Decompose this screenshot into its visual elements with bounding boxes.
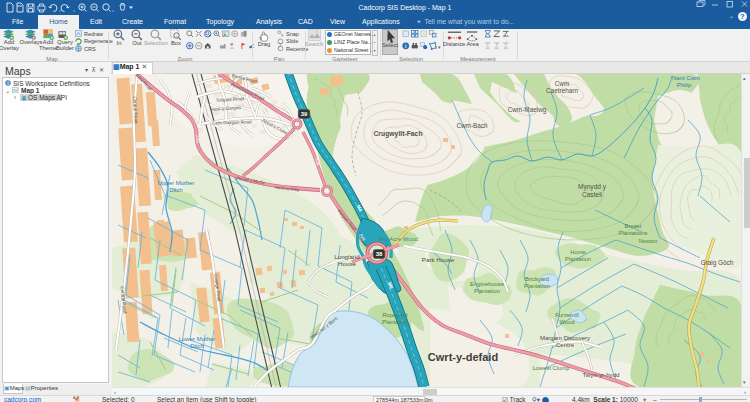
- svg-text:A48: A48: [195, 135, 201, 144]
- svg-text:Home: Home: [570, 249, 585, 255]
- svg-text:Philip: Philip: [677, 82, 692, 88]
- svg-text:Ditch: Ditch: [169, 187, 183, 193]
- svg-text:House: House: [338, 260, 356, 267]
- svg-text:Ditch: Ditch: [190, 343, 204, 349]
- svg-text:Plantations: Plantations: [619, 230, 648, 236]
- svg-text:Brickyard: Brickyard: [525, 276, 549, 282]
- svg-text:Nant Cwm: Nant Cwm: [672, 75, 700, 81]
- svg-text:Furzemill: Furzemill: [555, 312, 579, 318]
- svg-text:Cwm-Bach: Cwm-Bach: [456, 122, 488, 129]
- svg-text:Plantation: Plantation: [382, 319, 408, 325]
- svg-text:39: 39: [301, 111, 308, 117]
- svg-text:Cwm-Maelwg: Cwm-Maelwg: [508, 106, 547, 114]
- svg-text:Castell: Castell: [582, 191, 603, 198]
- svg-text:Margam Discovery: Margam Discovery: [540, 335, 590, 341]
- svg-text:Plantation: Plantation: [474, 288, 500, 294]
- svg-text:Plantation: Plantation: [565, 256, 591, 262]
- svg-text:Cwrt-y-defaid: Cwrt-y-defaid: [428, 351, 498, 363]
- svg-text:Graig Gôch: Graig Gôch: [701, 259, 734, 267]
- svg-text:Ropeyard: Ropeyard: [382, 312, 407, 318]
- svg-text:Wood: Wood: [559, 319, 574, 325]
- svg-text:Park House: Park House: [422, 256, 455, 263]
- svg-text:38: 38: [376, 251, 383, 257]
- svg-text:Longland: Longland: [334, 253, 360, 260]
- svg-text:Newton: Newton: [639, 238, 657, 244]
- svg-text:Twyn-yr-hydd: Twyn-yr-hydd: [582, 371, 620, 378]
- svg-text:Caetreharn: Caetreharn: [546, 87, 578, 94]
- svg-text:Crugwyllt-Fach: Crugwyllt-Fach: [373, 130, 422, 138]
- svg-text:Ten-Acre Wood: Ten-Acre Wood: [378, 236, 418, 242]
- svg-text:Lowest Clump: Lowest Clump: [533, 365, 570, 371]
- svg-text:Upper Mother: Upper Mother: [158, 180, 195, 186]
- svg-text:Mynydd y: Mynydd y: [578, 183, 607, 191]
- svg-text:Centre: Centre: [556, 342, 575, 348]
- svg-text:Plantation: Plantation: [524, 283, 550, 289]
- svg-text:Breast: Breast: [625, 223, 642, 229]
- svg-text:Cwm: Cwm: [555, 80, 570, 87]
- svg-text:Enginehouse: Enginehouse: [470, 281, 504, 287]
- svg-text:Lower Mother: Lower Mother: [179, 336, 216, 342]
